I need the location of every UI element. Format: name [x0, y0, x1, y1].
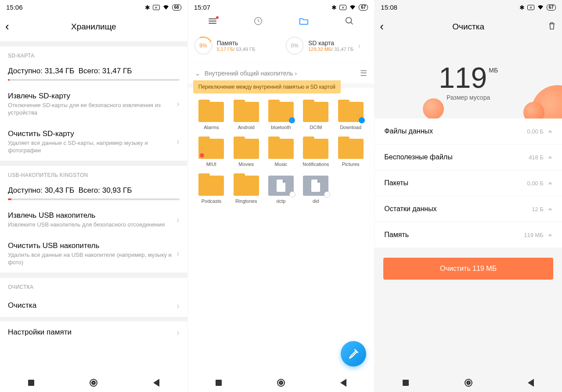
item-label: Android [238, 125, 255, 130]
item-label: dctp [277, 198, 286, 204]
nav-bar [188, 374, 375, 392]
item-label: Alarms [204, 125, 219, 130]
folder-item[interactable]: bluetooth [263, 102, 298, 130]
junk-size-unit: МБ [489, 67, 498, 74]
checkbox[interactable] [324, 191, 330, 198]
clear-sd-item[interactable]: Очистить SD-картуУдаляет все данные с SD… [0, 123, 187, 161]
category-item[interactable]: Пакеты0,00 Б [375, 170, 562, 196]
switch-tooltip: Переключение между внутренней памятью и … [193, 80, 341, 94]
chevron-right-icon: › [177, 327, 180, 338]
folder-item[interactable]: Download [333, 102, 368, 130]
status-bar: 15:08 ✱ × 67 [375, 0, 562, 13]
back-button[interactable]: ‹ [380, 20, 394, 33]
bluetooth-icon: ✱ [145, 4, 150, 11]
nav-bar [375, 374, 562, 392]
folder-item[interactable]: Movies [229, 139, 263, 167]
clear-usb-item[interactable]: Очистить USB накопительУдалить все данны… [0, 235, 187, 273]
usb-progress-bar [8, 198, 180, 200]
category-item[interactable]: Память119 МБ [375, 222, 562, 248]
signal-icon: × [339, 5, 346, 10]
back-button[interactable]: ‹ [5, 20, 19, 33]
folders-tab[interactable] [295, 17, 313, 27]
chevron-down-icon: ⌄ [195, 70, 200, 77]
menu-button[interactable] [204, 17, 221, 27]
memory-settings-item[interactable]: Настройки памяти › [0, 321, 187, 344]
folder-item[interactable]: Music [263, 139, 298, 167]
folder-icon [234, 139, 259, 159]
clean-section-label: ОЧИСТКА [0, 278, 187, 295]
category-item[interactable]: Остатки данных12 Б [375, 196, 562, 222]
file-icon [268, 176, 294, 196]
home-button[interactable] [277, 378, 285, 387]
folder-icon [303, 102, 328, 122]
wifi-icon [162, 4, 169, 10]
eject-usb-item[interactable]: Извлечь USB накопительИзвлеките USB нако… [0, 205, 187, 235]
search-button[interactable] [341, 16, 358, 28]
file-item[interactable]: dctp [263, 176, 298, 204]
folder-icon [268, 102, 294, 122]
nav-bar [0, 374, 187, 392]
checkbox[interactable] [289, 191, 295, 198]
battery-icon: 67 [547, 4, 556, 11]
status-bar: 15:06 ✱ × 68 [0, 0, 187, 13]
page-title: Очистка [394, 22, 543, 32]
folder-icon [338, 102, 364, 122]
trash-prefs-button[interactable] [543, 21, 557, 32]
item-label: Notifications [303, 162, 329, 167]
folder-item[interactable]: Android [229, 102, 263, 130]
folder-icon [198, 176, 224, 196]
chevron-right-icon: › [177, 215, 180, 225]
file-item[interactable]: did [299, 176, 333, 204]
back-nav-button[interactable] [339, 378, 348, 387]
sd-storage-card[interactable]: 0% SD карта129,32 МБ/ 31,47 ГБ › [282, 36, 371, 55]
home-button[interactable] [89, 378, 98, 387]
folder-icon [198, 139, 224, 159]
chevron-right-icon: › [177, 99, 180, 109]
recents-button[interactable] [27, 378, 36, 387]
folder-item[interactable]: DCIM [299, 102, 333, 130]
folder-item[interactable]: MIUI [194, 139, 229, 167]
file-manager-screen: 15:07 ✱ × 67 9% Память5,17 ГБ/ 53,49 ГБ … [187, 0, 375, 392]
notification-dot [216, 16, 219, 19]
folder-item[interactable]: Ringtones [229, 176, 263, 204]
category-size: 12 Б [532, 206, 544, 212]
folder-icon [338, 139, 364, 159]
cleanup-item[interactable]: Очистка › [0, 295, 187, 317]
item-label: Podcasts [202, 198, 221, 204]
internal-storage-card[interactable]: 9% Память5,17 ГБ/ 53,49 ГБ [191, 36, 280, 55]
chevron-up-icon [548, 156, 552, 158]
folder-item[interactable]: Notifications [299, 139, 333, 167]
chevron-right-icon: › [177, 301, 180, 311]
folder-icon [303, 139, 328, 159]
sd-section-label: SD-КАРТА [0, 47, 187, 63]
sd-usage-ring: 0% [285, 36, 304, 55]
recents-button[interactable] [214, 378, 223, 387]
clean-fab[interactable] [341, 341, 366, 367]
eject-sd-item[interactable]: Извлечь SD-картуОтключение SD-карты для … [0, 85, 187, 123]
bubble-icon [423, 98, 444, 119]
view-list-button[interactable]: ☰ [360, 68, 367, 78]
battery-icon: 67 [359, 4, 368, 11]
back-nav-button[interactable] [152, 378, 161, 387]
wifi-icon [537, 4, 544, 10]
folder-item[interactable]: Podcasts [194, 176, 229, 204]
item-label: DCIM [310, 125, 322, 130]
chevron-up-icon [548, 234, 552, 236]
item-label: Download [340, 125, 361, 130]
back-nav-button[interactable] [526, 378, 535, 387]
item-label: Movies [238, 162, 254, 167]
recents-button[interactable] [401, 378, 410, 387]
folder-item[interactable]: Alarms [194, 102, 229, 130]
home-button[interactable] [464, 378, 473, 387]
category-size: 0,00 Б [527, 128, 544, 135]
bluetooth-icon: ✱ [331, 4, 337, 11]
bluetooth-icon: ✱ [519, 4, 525, 11]
category-item[interactable]: Бесполезные файлы418 Б [375, 144, 562, 170]
folder-icon [268, 139, 294, 159]
item-label: Pictures [342, 162, 360, 167]
category-item[interactable]: Файлы данных0,00 Б [375, 119, 562, 144]
folder-item[interactable]: Pictures [333, 139, 368, 167]
recent-tab[interactable] [249, 16, 267, 28]
clean-button[interactable]: Очистить 119 МБ [383, 258, 553, 280]
category-name: Файлы данных [384, 127, 527, 135]
